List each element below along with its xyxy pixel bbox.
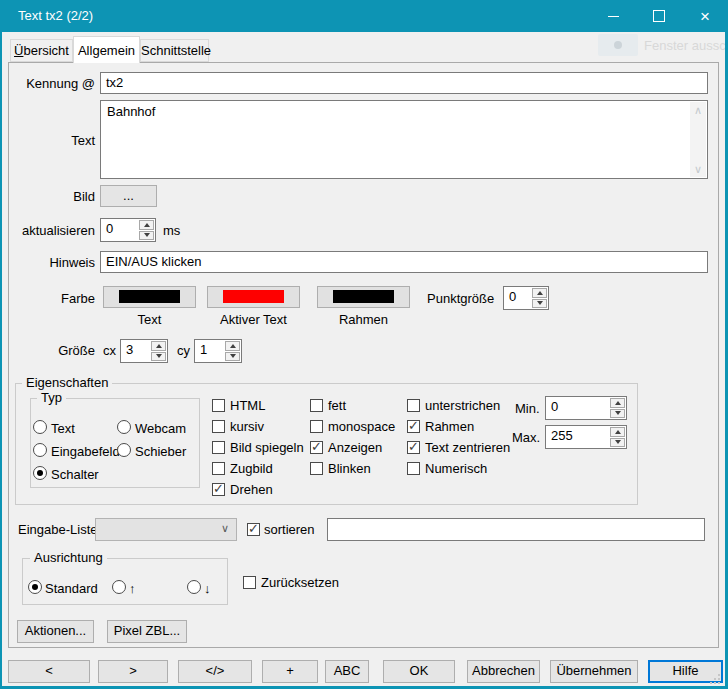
text-color-button[interactable] bbox=[103, 286, 196, 308]
spin-down-button[interactable] bbox=[610, 438, 625, 448]
checkbox-zugbild-label: Zugbild bbox=[230, 461, 273, 476]
checkbox-kursiv[interactable]: ✓ bbox=[212, 420, 225, 433]
hinweis-input[interactable]: EIN/AUS klicken bbox=[100, 251, 708, 273]
radio-ausrichtung-standard[interactable] bbox=[28, 580, 42, 594]
tab-uebersicht-accel: Ü bbox=[14, 43, 23, 58]
spin-up-button[interactable] bbox=[532, 288, 547, 298]
spin-down-button[interactable] bbox=[151, 352, 166, 362]
spin-up-button[interactable] bbox=[151, 341, 166, 351]
abc-button[interactable]: ABC bbox=[325, 660, 369, 683]
checkbox-sortieren[interactable]: ✓ bbox=[247, 523, 260, 536]
text-textarea[interactable]: Bahnhof ∧ ∨ bbox=[100, 100, 708, 179]
checkbox-html[interactable]: ✓ bbox=[212, 399, 225, 412]
eigenschaften-group-label: Eigenschaften bbox=[22, 376, 112, 390]
minimize-button[interactable] bbox=[590, 0, 636, 32]
tab-uebersicht[interactable]: Übersicht bbox=[10, 39, 73, 62]
spin-up-button[interactable] bbox=[610, 398, 625, 408]
checkbox-monospace[interactable]: ✓ bbox=[310, 420, 323, 433]
aktionen-button[interactable]: Aktionen... bbox=[17, 620, 94, 643]
add-button[interactable]: + bbox=[262, 660, 318, 683]
close-button[interactable]: × bbox=[682, 0, 728, 32]
min-value[interactable]: 0 bbox=[551, 399, 558, 415]
max-value[interactable]: 255 bbox=[551, 428, 573, 444]
radio-ausrichtung-standard-label: Standard bbox=[45, 581, 98, 596]
bild-browse-button[interactable]: ... bbox=[100, 185, 157, 207]
scroll-up-icon[interactable]: ∧ bbox=[690, 104, 706, 116]
eingabe-liste-input[interactable] bbox=[327, 518, 705, 541]
hilfe-button[interactable]: Hilfe bbox=[648, 660, 723, 683]
spin-down-button[interactable] bbox=[610, 409, 625, 419]
checkbox-unterstrichen-label: unterstrichen bbox=[425, 398, 500, 413]
checkbox-bild-spiegeln[interactable]: ✓ bbox=[212, 441, 225, 454]
cx-spinner[interactable]: 3 bbox=[120, 339, 168, 363]
cx-value[interactable]: 3 bbox=[126, 342, 133, 358]
code-button[interactable]: </> bbox=[178, 660, 252, 683]
radio-typ-text[interactable] bbox=[33, 420, 47, 434]
checkbox-anzeigen[interactable]: ✓ bbox=[310, 441, 323, 454]
checkbox-rahmen-label: Rahmen bbox=[425, 419, 474, 434]
textarea-scrollbar[interactable]: ∧ ∨ bbox=[690, 102, 706, 177]
aktualisieren-value[interactable]: 0 bbox=[106, 221, 113, 237]
tab-allgemein[interactable]: Allgemein bbox=[73, 36, 140, 63]
check-icon: ✓ bbox=[408, 418, 419, 433]
cx-label: cx bbox=[103, 343, 116, 358]
punktgroesse-value[interactable]: 0 bbox=[509, 289, 516, 305]
scroll-down-icon[interactable]: ∨ bbox=[690, 163, 706, 175]
checkbox-text-zentrieren[interactable]: ✓ bbox=[407, 441, 420, 454]
spin-down-button[interactable] bbox=[225, 352, 240, 362]
checkbox-zuruecksetzen-label: Zurücksetzen bbox=[261, 575, 339, 590]
radio-ausrichtung-down[interactable] bbox=[187, 580, 201, 594]
checkbox-zuruecksetzen[interactable]: ✓ bbox=[243, 576, 256, 589]
minimize-icon bbox=[608, 16, 619, 17]
maximize-button[interactable] bbox=[636, 0, 682, 32]
abbrechen-button[interactable]: Abbrechen bbox=[467, 660, 540, 683]
checkbox-numerisch[interactable]: ✓ bbox=[407, 462, 420, 475]
spin-up-button[interactable] bbox=[225, 341, 240, 351]
spin-down-button[interactable] bbox=[532, 299, 547, 309]
cy-value[interactable]: 1 bbox=[200, 342, 207, 358]
radio-ausrichtung-up[interactable] bbox=[112, 580, 126, 594]
min-spinner[interactable]: 0 bbox=[545, 396, 627, 420]
aktualisieren-spinner[interactable]: 0 bbox=[100, 218, 156, 242]
cy-spinner[interactable]: 1 bbox=[194, 339, 242, 363]
spin-down-button[interactable] bbox=[139, 231, 154, 241]
eingabe-liste-dropdown[interactable]: ∨ bbox=[95, 518, 237, 541]
punktgroesse-spinner[interactable]: 0 bbox=[503, 286, 549, 310]
spin-down-icon bbox=[615, 411, 621, 415]
radio-typ-schieber[interactable] bbox=[117, 443, 131, 457]
checkbox-fett-label: fett bbox=[328, 398, 346, 413]
active-text-color-button[interactable] bbox=[207, 286, 300, 308]
rahmen-color-button[interactable] bbox=[317, 286, 410, 308]
tab-schnittstelle[interactable]: Schnittstelle bbox=[140, 39, 209, 62]
checkbox-fett[interactable]: ✓ bbox=[310, 399, 323, 412]
spin-up-icon bbox=[615, 401, 621, 405]
resize-grip[interactable] bbox=[714, 678, 716, 680]
uebernehmen-button[interactable]: Übernehmen bbox=[550, 660, 638, 683]
check-icon: ✓ bbox=[408, 439, 419, 454]
kennung-input[interactable]: tx2 bbox=[100, 72, 708, 94]
titlebar[interactable]: Text tx2 (2/2) × bbox=[0, 0, 728, 32]
radio-typ-webcam[interactable] bbox=[117, 420, 131, 434]
spin-up-icon bbox=[230, 344, 236, 348]
radio-typ-schalter[interactable] bbox=[33, 466, 47, 480]
text-value: Bahnhof bbox=[107, 104, 155, 119]
checkbox-drehen[interactable]: ✓ bbox=[212, 483, 225, 496]
checkbox-anzeigen-label: Anzeigen bbox=[328, 440, 382, 455]
radio-typ-eingabefeld[interactable] bbox=[33, 443, 47, 457]
pixel-zbl-button[interactable]: Pixel ZBL... bbox=[107, 620, 187, 643]
checkbox-rahmen[interactable]: ✓ bbox=[407, 420, 420, 433]
checkbox-zugbild[interactable]: ✓ bbox=[212, 462, 225, 475]
radio-typ-schieber-label: Schieber bbox=[135, 444, 186, 459]
spin-up-icon bbox=[615, 430, 621, 434]
spin-up-button[interactable] bbox=[139, 220, 154, 230]
next-button[interactable]: > bbox=[98, 660, 168, 683]
max-spinner[interactable]: 255 bbox=[545, 425, 627, 449]
spin-up-button[interactable] bbox=[610, 427, 625, 437]
prev-button[interactable]: < bbox=[8, 660, 90, 683]
checkbox-blinken[interactable]: ✓ bbox=[310, 462, 323, 475]
spin-up-icon bbox=[144, 223, 150, 227]
radio-typ-text-label: Text bbox=[51, 421, 75, 436]
groesse-label: Größe bbox=[10, 343, 95, 358]
ok-button[interactable]: OK bbox=[383, 660, 455, 683]
checkbox-unterstrichen[interactable]: ✓ bbox=[407, 399, 420, 412]
